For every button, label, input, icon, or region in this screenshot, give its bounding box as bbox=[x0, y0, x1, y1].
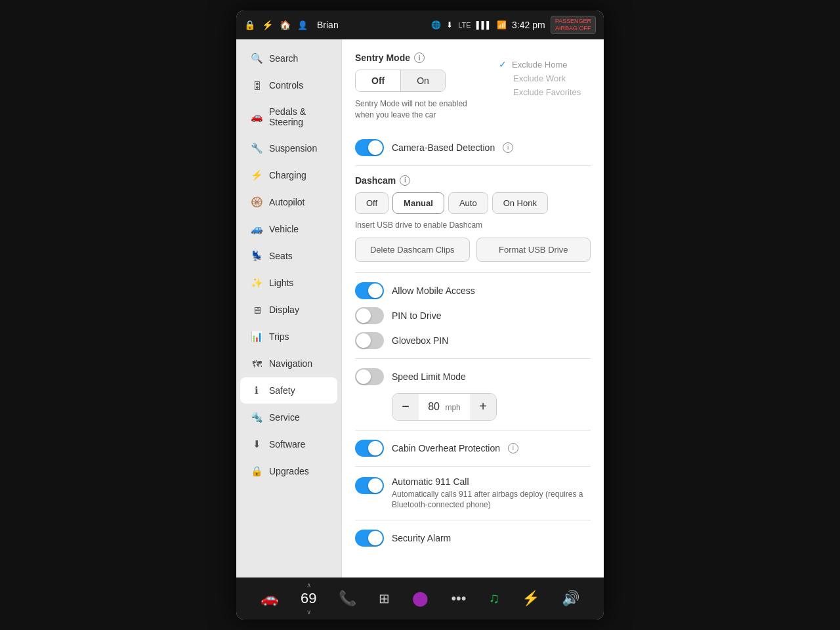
autopilot-icon: 🛞 bbox=[251, 196, 262, 208]
sidebar-item-safety[interactable]: ℹ Safety bbox=[240, 377, 337, 404]
divider-3 bbox=[355, 358, 591, 359]
sidebar-item-controls[interactable]: 🎛 Controls bbox=[240, 72, 337, 98]
dashcam-manual-button[interactable]: Manual bbox=[392, 192, 444, 214]
taskbar-car[interactable]: 🚗 bbox=[261, 590, 278, 607]
sentry-info-icon[interactable]: i bbox=[414, 52, 425, 63]
cabin-info-icon[interactable]: i bbox=[508, 443, 518, 453]
sidebar-label-controls: Controls bbox=[269, 80, 303, 91]
user-icon: 👤 bbox=[297, 20, 308, 30]
sidebar-item-vehicle[interactable]: 🚙 Vehicle bbox=[240, 216, 337, 242]
exclude-work-option: Exclude Work bbox=[499, 74, 591, 83]
glovebox-toggle[interactable] bbox=[355, 332, 384, 349]
format-usb-button[interactable]: Format USB Drive bbox=[476, 238, 591, 262]
sidebar-item-display[interactable]: 🖥 Display bbox=[240, 297, 337, 323]
airbag-badge: PASSENGER AIRBAG OFF bbox=[551, 16, 596, 34]
status-bar: 🔒 ⚡ 🏠 👤 Brian 🌐 ⬇ LTE ▌▌▌ 📶 3:42 pm PASS… bbox=[236, 10, 604, 39]
sidebar-label-display: Display bbox=[269, 304, 299, 315]
upgrades-icon: 🔒 bbox=[251, 465, 262, 477]
sidebar-label-pedals: Pedals & Steering bbox=[269, 106, 327, 127]
sidebar-item-navigation[interactable]: 🗺 Navigation bbox=[240, 350, 337, 377]
speed-limit-row: Speed Limit Mode bbox=[355, 368, 591, 385]
navigation-icon: 🗺 bbox=[251, 358, 262, 369]
sidebar: 🔍 Search 🎛 Controls 🚗 Pedals & Steering … bbox=[236, 39, 341, 578]
sidebar-item-software[interactable]: ⬇ Software bbox=[240, 431, 337, 457]
sidebar-item-autopilot[interactable]: 🛞 Autopilot bbox=[240, 189, 337, 215]
sidebar-item-service[interactable]: 🔩 Service bbox=[240, 404, 337, 430]
dashcam-info-icon[interactable]: i bbox=[400, 175, 410, 186]
spotify-icon: ♫ bbox=[488, 590, 499, 607]
divider-1 bbox=[355, 165, 591, 166]
settings-panel: Sentry Mode i Off On Sentry Mode will no… bbox=[341, 39, 604, 578]
glovebox-row: Glovebox PIN bbox=[355, 332, 591, 349]
sentry-mode-toggle-group: Off On bbox=[355, 70, 446, 92]
bluetooth-icon: 📶 bbox=[497, 20, 507, 30]
auto911-toggle[interactable] bbox=[355, 477, 384, 494]
sidebar-item-seats[interactable]: 💺 Seats bbox=[240, 243, 337, 269]
taskbar-grid[interactable]: ⊞ bbox=[379, 591, 390, 606]
taskbar-speed[interactable]: ∧ 69 ∨ bbox=[301, 581, 316, 616]
exclude-work-label: Exclude Work bbox=[513, 74, 566, 83]
globe-icon: 🌐 bbox=[431, 20, 441, 30]
exclude-favorites-option: Exclude Favorites bbox=[499, 87, 591, 97]
camera-detection-toggle[interactable] bbox=[355, 139, 384, 156]
trips-icon: 📊 bbox=[251, 331, 262, 343]
sidebar-label-vehicle: Vehicle bbox=[269, 224, 299, 234]
speed-plus-button[interactable]: + bbox=[470, 394, 496, 420]
divider-5 bbox=[355, 466, 591, 467]
sidebar-item-lights[interactable]: ✨ Lights bbox=[240, 270, 337, 296]
dashcam-off-button[interactable]: Off bbox=[355, 192, 388, 214]
controls-icon: 🎛 bbox=[251, 79, 262, 91]
taskbar-more[interactable]: ••• bbox=[451, 590, 466, 607]
taskbar-volume[interactable]: 🔊 bbox=[562, 590, 579, 607]
sentry-note: Sentry Mode will not be enabled when you… bbox=[355, 98, 486, 121]
sidebar-item-upgrades[interactable]: 🔒 Upgrades bbox=[240, 458, 337, 484]
speed-limit-toggle[interactable] bbox=[355, 368, 384, 385]
sidebar-label-seats: Seats bbox=[269, 251, 293, 261]
auto911-label: Automatic 911 Call bbox=[392, 476, 469, 487]
sentry-off-button[interactable]: Off bbox=[356, 70, 401, 91]
security-alarm-toggle[interactable] bbox=[355, 530, 384, 547]
lte-indicator: LTE bbox=[458, 21, 471, 29]
grid-icon: ⊞ bbox=[379, 591, 390, 606]
sidebar-item-trips[interactable]: 📊 Trips bbox=[240, 324, 337, 350]
security-alarm-label: Security Alarm bbox=[392, 533, 451, 543]
divider-2 bbox=[355, 272, 591, 273]
sidebar-item-suspension[interactable]: 🔧 Suspension bbox=[240, 135, 337, 161]
check-home-icon: ✓ bbox=[499, 59, 507, 70]
sidebar-label-upgrades: Upgrades bbox=[269, 466, 309, 476]
speed-minus-button[interactable]: − bbox=[392, 394, 419, 420]
pin-drive-toggle[interactable] bbox=[355, 307, 384, 324]
sidebar-label-software: Software bbox=[269, 439, 305, 450]
speed-limit-label: Speed Limit Mode bbox=[392, 371, 466, 382]
circle-icon: ⬤ bbox=[412, 590, 429, 607]
sidebar-label-safety: Safety bbox=[269, 385, 295, 396]
taskbar-circle[interactable]: ⬤ bbox=[412, 590, 429, 607]
taskbar-bluetooth[interactable]: ⚡ bbox=[522, 590, 539, 607]
sidebar-item-charging[interactable]: ⚡ Charging bbox=[240, 162, 337, 188]
delete-clips-button[interactable]: Delete Dashcam Clips bbox=[355, 238, 470, 262]
camera-info-icon[interactable]: i bbox=[503, 142, 513, 153]
pin-drive-row: PIN to Drive bbox=[355, 307, 591, 324]
clock: 3:42 pm bbox=[512, 20, 545, 30]
sidebar-label-lights: Lights bbox=[269, 278, 293, 288]
sidebar-item-pedals[interactable]: 🚗 Pedals & Steering bbox=[240, 99, 337, 135]
cabin-overheat-toggle[interactable] bbox=[355, 440, 384, 457]
sentry-on-button[interactable]: On bbox=[401, 70, 445, 91]
signal-bars: ▌▌▌ bbox=[476, 21, 492, 29]
dashcam-honk-button[interactable]: On Honk bbox=[492, 192, 548, 214]
lock-icon: 🔒 bbox=[244, 20, 255, 30]
lights-icon: ✨ bbox=[251, 277, 262, 289]
mobile-access-label: Allow Mobile Access bbox=[392, 285, 475, 296]
camera-detection-label: Camera-Based Detection bbox=[392, 142, 495, 153]
cabin-overheat-label: Cabin Overheat Protection bbox=[392, 443, 500, 453]
speed-display: 69 bbox=[301, 590, 316, 607]
sidebar-item-search[interactable]: 🔍 Search bbox=[240, 45, 337, 72]
service-icon: 🔩 bbox=[251, 411, 262, 423]
dashcam-auto-button[interactable]: Auto bbox=[448, 192, 488, 214]
taskbar: 🚗 ∧ 69 ∨ 📞 ⊞ ⬤ ••• ♫ ⚡ 🔊 bbox=[236, 578, 604, 620]
auto911-row: Automatic 911 Call Automatically calls 9… bbox=[355, 476, 591, 511]
taskbar-spotify[interactable]: ♫ bbox=[488, 590, 499, 607]
speed-value: 80 mph bbox=[419, 401, 470, 413]
taskbar-phone[interactable]: 📞 bbox=[339, 590, 356, 607]
mobile-access-toggle[interactable] bbox=[355, 282, 384, 299]
